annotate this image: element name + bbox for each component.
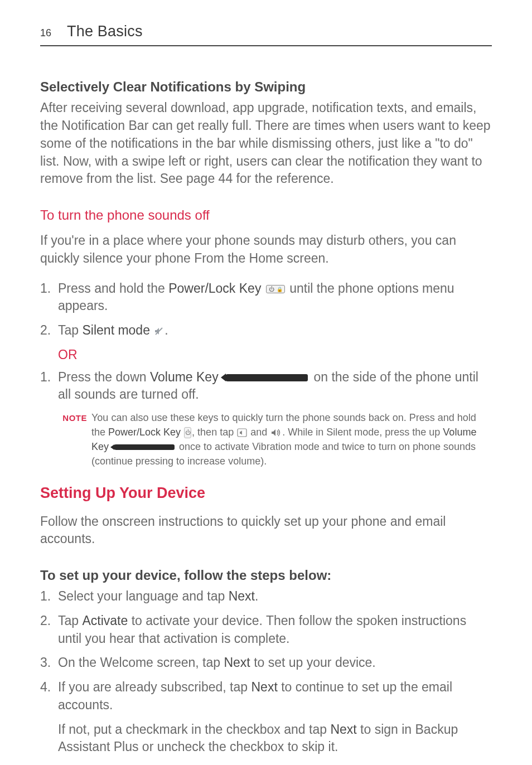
- setup4-a: If you are already subscribed, tap: [58, 680, 251, 694]
- setup-step-3: On the Welcome screen, tap Next to set u…: [40, 654, 492, 672]
- silent-mode-icon: [153, 326, 165, 337]
- setup3-a: On the Welcome screen, tap: [58, 655, 224, 670]
- setup-step-1: Select your language and tap Next.: [40, 588, 492, 606]
- chapter-title: The Basics: [67, 21, 143, 42]
- sound-profile-icon: [237, 428, 247, 437]
- setup1-a: Select your language and tap: [58, 589, 229, 603]
- power-lock-key-small-icon: ⏻: [184, 427, 191, 438]
- next-label-1: Next: [229, 589, 255, 603]
- note-label: NOTE: [58, 410, 91, 424]
- step-1-a: Press and hold the Power/Lock Key until …: [40, 280, 492, 315]
- steps-list-b: Press the down Volume Key on the side of…: [40, 369, 492, 404]
- setup1-b: .: [255, 589, 258, 603]
- or-label: OR: [58, 346, 492, 364]
- silent-mode-label: Silent mode: [82, 323, 149, 337]
- volume-key-small-icon: [113, 444, 175, 450]
- section-body-swipe: After receiving several download, app up…: [40, 99, 492, 188]
- page-header: 16 The Basics: [40, 21, 492, 46]
- section-subtitle-setup: To set up your device, follow the steps …: [40, 566, 492, 584]
- step-1b-pre: Press the down: [58, 370, 150, 384]
- setup-step-4: If you are already subscribed, tap Next …: [40, 679, 492, 714]
- step-1a-pre: Press and hold the: [58, 281, 168, 296]
- step-1-b: Press the down Volume Key on the side of…: [40, 369, 492, 404]
- note-t3: and: [248, 427, 270, 438]
- setup4c-a: If not, put a checkmark in the checkbox …: [58, 722, 330, 737]
- power-lock-key-label: Power/Lock Key: [168, 281, 261, 296]
- setup-step-4-continued: If not, put a checkmark in the checkbox …: [40, 721, 492, 756]
- note-t4: . While in Silent mode, press the up: [282, 427, 443, 438]
- next-label-4: Next: [251, 680, 277, 694]
- steps-list-a: Press and hold the Power/Lock Key until …: [40, 280, 492, 340]
- setup3-b: to set up your device.: [250, 655, 376, 670]
- setup-step-2: Tap Activate to activate your device. Th…: [40, 612, 492, 647]
- note-text: You can also use these keys to quickly t…: [91, 410, 492, 468]
- step-2-a: Tap Silent mode .: [40, 322, 492, 340]
- next-label-3: Next: [224, 655, 250, 670]
- setup-intro: Follow the onscreen instructions to quic…: [40, 513, 492, 548]
- setup-steps-list: Select your language and tap Next. Tap A…: [40, 588, 492, 714]
- speaker-sound-icon: [270, 428, 282, 437]
- volume-key-icon: [224, 374, 308, 381]
- power-lock-key-icon: [266, 285, 285, 293]
- note-power-lock: Power/Lock Key: [108, 427, 181, 438]
- step-2a-pre: Tap: [58, 323, 82, 337]
- page-number: 16: [40, 26, 51, 40]
- setup2-a: Tap: [58, 613, 82, 628]
- section-title-swipe: Selectively Clear Notifications by Swipi…: [40, 78, 492, 96]
- activate-label: Activate: [82, 613, 128, 628]
- sounds-off-intro: If you're in a place where your phone so…: [40, 232, 492, 267]
- step-2a-post: .: [165, 323, 168, 337]
- note-block: NOTE You can also use these keys to quic…: [40, 410, 492, 468]
- next-label-4c: Next: [330, 722, 356, 737]
- note-t2: , then tap: [192, 427, 236, 438]
- section-title-sounds-off: To turn the phone sounds off: [40, 206, 492, 224]
- section-title-setup: Setting Up Your Device: [40, 483, 492, 503]
- volume-key-label: Volume Key: [150, 370, 219, 384]
